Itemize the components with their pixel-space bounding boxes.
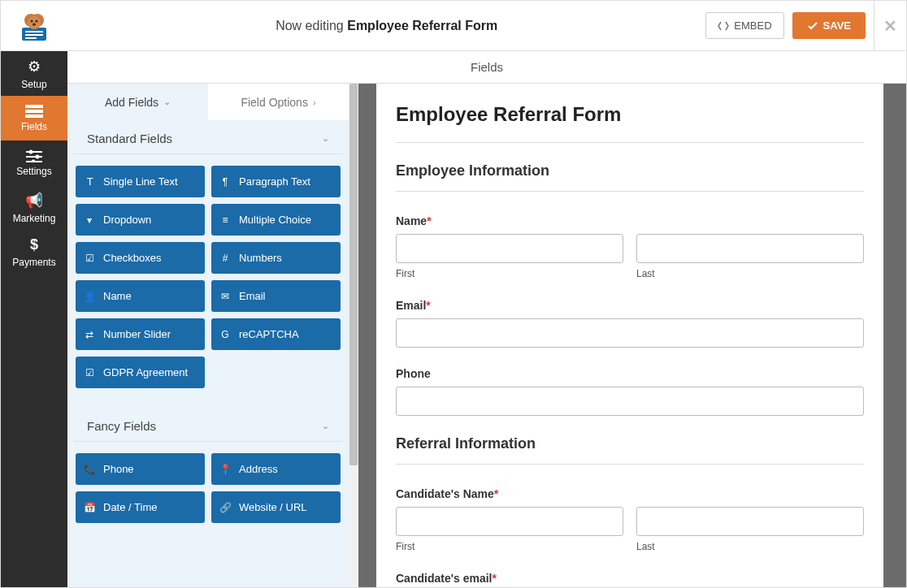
field-email-preview[interactable]: Email* bbox=[396, 299, 864, 348]
label-text: Name bbox=[396, 214, 427, 227]
topbar: Now editing Employee Referral Form EMBED… bbox=[1, 1, 906, 51]
fields-header-label: Fields bbox=[471, 60, 503, 74]
sidebar-scrollbar[interactable] bbox=[349, 84, 358, 588]
form-name[interactable]: Employee Referral Form bbox=[347, 19, 497, 32]
candidate-first-sublabel: First bbox=[396, 541, 623, 552]
field-label: Numbers bbox=[239, 252, 282, 264]
tab-field-options-label: Field Options bbox=[241, 96, 307, 109]
field-label: reCAPTCHA bbox=[239, 328, 299, 340]
field-label: Email bbox=[239, 290, 266, 302]
nav-fields[interactable]: Fields bbox=[1, 96, 67, 141]
field-candidate-email-preview[interactable]: Candidate's email* bbox=[396, 572, 864, 585]
svg-rect-11 bbox=[25, 110, 43, 113]
dollar-icon: $ bbox=[30, 236, 38, 253]
candidate-email-label: Candidate's email* bbox=[396, 572, 864, 585]
nav-marketing-label: Marketing bbox=[13, 213, 56, 224]
field-checkboxes[interactable]: ☑Checkboxes bbox=[76, 242, 205, 274]
field-label: Date / Time bbox=[103, 501, 157, 513]
tab-field-options[interactable]: Field Options › bbox=[208, 84, 349, 120]
field-gdpr[interactable]: ☑GDPR Agreement bbox=[76, 357, 205, 388]
field-paragraph-text[interactable]: ¶Paragraph Text bbox=[211, 166, 341, 197]
field-website[interactable]: 🔗Website / URL bbox=[211, 491, 341, 523]
field-name-preview[interactable]: Name* First Last bbox=[396, 214, 864, 279]
divider bbox=[396, 142, 864, 143]
form-preview[interactable]: Employee Referral Form Employee Informat… bbox=[376, 84, 883, 588]
field-recaptcha[interactable]: GreCAPTCHA bbox=[211, 318, 341, 350]
name-row: First Last bbox=[396, 234, 864, 279]
close-button[interactable]: ✕ bbox=[874, 1, 906, 50]
tab-add-fields[interactable]: Add Fields ⌄ bbox=[67, 84, 208, 120]
field-number-slider[interactable]: ⇄Number Slider bbox=[76, 318, 205, 350]
nav-setup[interactable]: ⚙ Setup bbox=[1, 51, 67, 96]
section-employee-information[interactable]: Employee Information bbox=[396, 162, 864, 192]
section-fancy-fields[interactable]: Fancy Fields ⌄ bbox=[74, 408, 342, 442]
phone-icon: 📞 bbox=[84, 464, 95, 475]
field-label: Address bbox=[239, 463, 278, 475]
email-input[interactable] bbox=[396, 318, 864, 348]
sliders-icon bbox=[26, 149, 42, 162]
chevron-right-icon: › bbox=[313, 97, 316, 107]
field-address[interactable]: 📍Address bbox=[211, 453, 341, 485]
field-label: Paragraph Text bbox=[239, 175, 310, 188]
section-standard-fields[interactable]: Standard Fields ⌄ bbox=[74, 120, 342, 154]
svg-rect-3 bbox=[25, 37, 37, 39]
field-single-line-text[interactable]: 𝖳Single Line Text bbox=[76, 166, 205, 197]
nav-settings[interactable]: Settings bbox=[1, 141, 67, 185]
map-pin-icon: 📍 bbox=[219, 464, 231, 475]
check-square-icon: ☑ bbox=[84, 367, 95, 378]
field-candidate-name-preview[interactable]: Candidate's Name* First Last bbox=[396, 487, 864, 552]
svg-point-9 bbox=[33, 23, 36, 25]
field-label: Dropdown bbox=[103, 214, 151, 226]
email-label: Email* bbox=[396, 299, 864, 312]
nav-settings-label: Settings bbox=[16, 166, 51, 177]
link-icon: 🔗 bbox=[219, 502, 231, 513]
field-name[interactable]: 👤Name bbox=[76, 280, 205, 312]
save-button[interactable]: SAVE bbox=[792, 12, 866, 39]
last-name-input[interactable] bbox=[636, 234, 864, 263]
section-standard-label: Standard Fields bbox=[87, 132, 172, 145]
field-phone[interactable]: 📞Phone bbox=[76, 453, 205, 485]
field-multiple-choice[interactable]: ≡Multiple Choice bbox=[211, 204, 341, 236]
required-asterisk: * bbox=[494, 487, 498, 500]
field-label: Number Slider bbox=[103, 328, 171, 340]
rightside: Fields Add Fields ⌄ Field Options › Stan… bbox=[67, 51, 906, 588]
gear-icon: ⚙ bbox=[28, 58, 41, 76]
user-icon: 👤 bbox=[84, 291, 95, 302]
label-text: Candidate's email bbox=[396, 572, 492, 585]
field-phone-preview[interactable]: Phone bbox=[396, 367, 864, 416]
embed-button[interactable]: EMBED bbox=[705, 12, 783, 39]
field-numbers[interactable]: #Numbers bbox=[211, 242, 341, 274]
recaptcha-icon: G bbox=[219, 329, 231, 340]
candidate-first-input[interactable] bbox=[396, 507, 623, 536]
header-actions: EMBED SAVE bbox=[705, 12, 874, 39]
embed-label: EMBED bbox=[734, 19, 771, 32]
field-label: Single Line Text bbox=[103, 175, 178, 188]
calendar-icon: 📅 bbox=[84, 502, 95, 513]
field-label: Website / URL bbox=[239, 501, 307, 513]
field-label: Checkboxes bbox=[103, 252, 162, 264]
nav-marketing[interactable]: 📢 Marketing bbox=[1, 185, 67, 230]
field-label: Name bbox=[103, 290, 132, 302]
fancy-fields-grid: 📞Phone 📍Address 📅Date / Time 🔗Website / … bbox=[67, 442, 349, 543]
chevron-down-icon: ⌄ bbox=[322, 133, 329, 144]
first-name-input[interactable] bbox=[396, 234, 623, 263]
candidate-last-input[interactable] bbox=[636, 507, 864, 536]
sidebar-column: Add Fields ⌄ Field Options › Standard Fi… bbox=[67, 84, 358, 588]
svg-point-16 bbox=[36, 154, 40, 158]
field-datetime[interactable]: 📅Date / Time bbox=[76, 491, 205, 523]
scrollbar-thumb[interactable] bbox=[349, 84, 358, 465]
section-referral-information[interactable]: Referral Information bbox=[396, 435, 864, 465]
title-area: Now editing Employee Referral Form bbox=[67, 19, 705, 33]
nav-payments[interactable]: $ Payments bbox=[1, 230, 67, 275]
svg-point-7 bbox=[31, 19, 33, 22]
phone-input[interactable] bbox=[396, 387, 864, 416]
form-title[interactable]: Employee Referral Form bbox=[396, 100, 864, 142]
field-dropdown[interactable]: ▾Dropdown bbox=[76, 204, 205, 236]
svg-point-8 bbox=[36, 19, 38, 22]
code-icon bbox=[718, 21, 729, 31]
required-asterisk: * bbox=[492, 572, 496, 585]
field-email[interactable]: ✉Email bbox=[211, 280, 341, 312]
bullhorn-icon: 📢 bbox=[25, 192, 43, 210]
candidate-last-sublabel: Last bbox=[636, 541, 864, 552]
fields-icon bbox=[25, 105, 43, 118]
